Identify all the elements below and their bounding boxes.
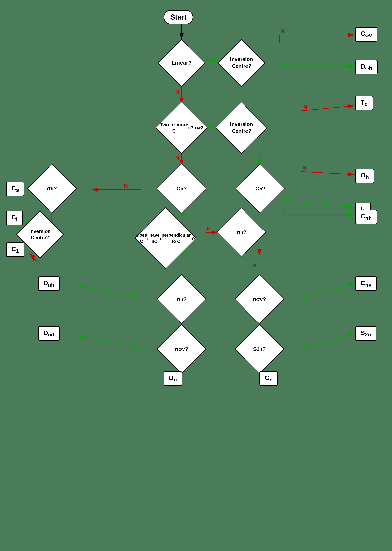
ci-label: Ci	[6, 210, 23, 225]
dn-node: Dn	[164, 371, 182, 386]
svg-text:N: N	[207, 225, 210, 232]
inversion2-diamond: InversionCentre?	[214, 102, 269, 154]
td-label: Td	[355, 96, 373, 110]
dnd-node: Dnd	[38, 326, 60, 341]
s2n-result-node: S2n	[355, 326, 377, 341]
linear-label: Linear?	[158, 39, 206, 87]
svg-text:N: N	[124, 183, 128, 189]
svg-text:Y: Y	[132, 342, 135, 349]
d-inf-h-label: D∞h	[355, 60, 378, 74]
c-inf-v-label: C∞v	[355, 27, 378, 42]
svg-text:Y: Y	[302, 342, 306, 349]
svg-text:Y: Y	[302, 292, 306, 299]
svg-text:N: N	[175, 155, 179, 161]
c5-label: C5?	[236, 164, 285, 214]
c1-node: C1	[6, 243, 24, 257]
svg-text:Y: Y	[206, 54, 209, 60]
svg-text:N: N	[303, 104, 307, 110]
svg-line-54	[301, 283, 354, 299]
ci-node: Ci	[6, 210, 23, 225]
dn-label: Dn	[164, 371, 182, 386]
oh-label: Oh	[355, 169, 374, 183]
inversion1-diamond: InversionCentre?	[214, 39, 269, 87]
s2n-result-label: S2n	[355, 326, 377, 341]
sigma-h3-label: σh?	[157, 274, 207, 324]
n-sigma-v1-diamond: nσv?	[235, 274, 284, 324]
two-or-more-label: Two or moreCn? n>2	[154, 102, 210, 154]
oh-node: Oh	[355, 169, 374, 183]
svg-text:N: N	[280, 28, 284, 34]
svg-text:N: N	[252, 262, 257, 269]
inversion2-label: InversionCentre?	[214, 102, 269, 154]
does-cn-diamond: Does Cn havenC2 perpendicularto Cn?	[136, 208, 196, 269]
svg-text:Y: Y	[132, 292, 135, 299]
two-or-more-diamond: Two or moreCn? n>2	[154, 102, 210, 154]
d-inf-h-node: D∞h	[355, 60, 378, 74]
n-sigma-v2-diamond: nσv?	[157, 324, 207, 374]
start-label: Start	[164, 10, 193, 24]
n-sigma-v2-label: nσv?	[157, 324, 207, 374]
does-cn-label: Does Cn havenC2 perpendicularto Cn?	[136, 208, 196, 269]
c1-label: C1	[6, 243, 24, 257]
td-node: Td	[355, 96, 373, 110]
cnh-label: Cnh	[355, 209, 377, 224]
n-sigma-v1-label: nσv?	[235, 274, 284, 324]
inversion1-label: InversionCentre?	[214, 39, 269, 87]
flowchart: Y N N Y Y N N Y N Y N Y N Y N Y Y N	[0, 0, 392, 551]
cs-label: Cs	[6, 181, 24, 196]
svg-line-58	[78, 335, 141, 349]
svg-line-50	[78, 285, 141, 299]
sigma-h2-diamond: σh?	[217, 208, 266, 258]
svg-text:Y: Y	[280, 61, 284, 67]
svg-text:N: N	[302, 165, 306, 171]
cs-node: Cs	[6, 181, 24, 196]
svg-line-45	[301, 172, 354, 175]
dnh-node: Dnh	[38, 276, 60, 291]
s2n-diamond: S2n?	[235, 324, 284, 374]
svg-text:N: N	[175, 89, 179, 95]
linear-diamond: Linear?	[158, 39, 206, 87]
cn-final-node: Cn	[259, 371, 278, 386]
dnh-label: Dnh	[38, 276, 60, 291]
sigma-h1-diamond: σh?	[28, 164, 76, 214]
cn-q1-diamond: Cn?	[157, 164, 207, 214]
dnd-label: Dnd	[38, 326, 60, 341]
sigma-h3-diamond: σh?	[157, 274, 207, 324]
cnv-label: Cnv	[355, 276, 377, 291]
start-node: Start	[164, 10, 193, 24]
c-inf-v-node: C∞v	[355, 27, 378, 42]
c5-diamond: C5?	[236, 164, 285, 214]
cn-final-label: Cn	[259, 371, 278, 386]
svg-text:Y: Y	[252, 155, 256, 161]
sigma-h2-label: σh?	[217, 208, 266, 258]
sigma-h1-label: σh?	[28, 164, 76, 214]
svg-line-20	[301, 106, 354, 111]
cn-q1-label: Cn?	[157, 164, 207, 214]
cnh-node: Cnh	[355, 209, 377, 224]
s2n-label: S2n?	[235, 324, 284, 374]
svg-line-62	[301, 333, 354, 349]
cnv-node: Cnv	[355, 276, 377, 291]
